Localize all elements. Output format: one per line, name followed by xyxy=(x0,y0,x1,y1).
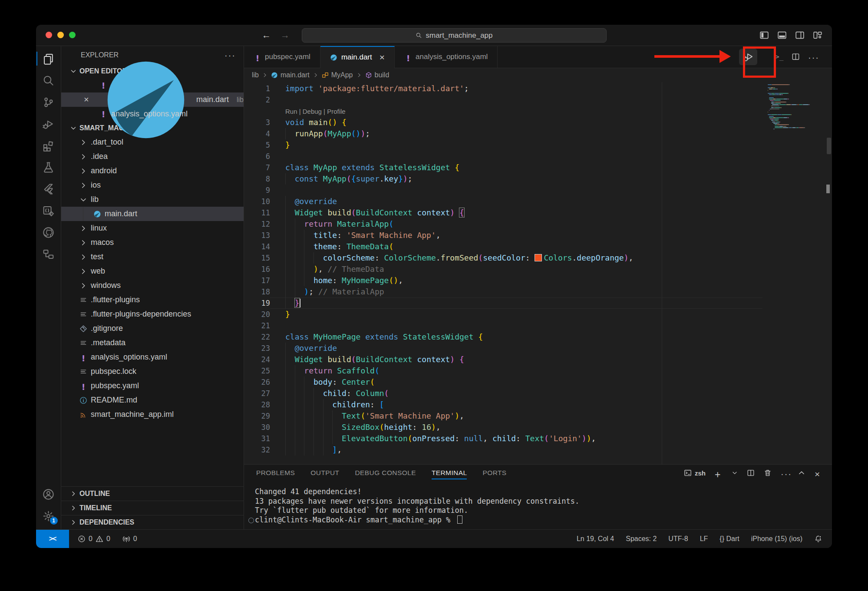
editor-region: !pubspec.yamlmain.dart×!analysis_options… xyxy=(244,46,832,529)
section-outline[interactable]: OUTLINE xyxy=(61,486,244,501)
code-line-17: 17 home: MyHomePage(), xyxy=(244,275,762,286)
kill-terminal-button[interactable] xyxy=(764,469,772,477)
tree-item-test[interactable]: test xyxy=(61,250,244,264)
split-editor-button[interactable] xyxy=(792,53,800,61)
breadcrumb-item-lib[interactable]: lib xyxy=(252,71,259,79)
breadcrumb-item-MyApp[interactable]: MyApp xyxy=(322,71,353,79)
breadcrumb-item-build[interactable]: build xyxy=(365,71,389,79)
activity-dart-devtools[interactable] xyxy=(36,200,61,221)
tree-item-.dart_tool[interactable]: .dart_tool xyxy=(61,135,244,149)
close-panel-button[interactable]: × xyxy=(815,469,822,477)
status-indentation[interactable]: Spaces: 2 xyxy=(626,535,657,543)
open-editor-main.dart[interactable]: ×main.dartlib xyxy=(61,92,244,107)
terminal-prompt[interactable]: clint@Clints-MacBook-Air smart_machine_a… xyxy=(255,515,832,525)
minimize-button[interactable] xyxy=(57,32,64,38)
tree-item-main.dart[interactable]: main.dart xyxy=(61,207,244,221)
tab-main.dart[interactable]: main.dart× xyxy=(320,46,395,68)
tree-item-.flutter-plugins-dependencies[interactable]: .flutter-plugins-dependencies xyxy=(61,307,244,321)
tree-item-windows[interactable]: windows xyxy=(61,278,244,293)
activity-extensions[interactable] xyxy=(36,135,61,156)
tree-item-.idea[interactable]: .idea xyxy=(61,149,244,164)
panel-tab-output[interactable]: OUTPUT xyxy=(310,465,339,481)
toggle-secondary-sidebar-icon[interactable] xyxy=(795,30,805,40)
terminal[interactable]: Changed 41 dependencies!13 packages have… xyxy=(244,481,832,525)
section-timeline[interactable]: TIMELINE xyxy=(61,501,244,515)
tree-item-lib[interactable]: lib xyxy=(61,192,244,207)
open-editor-analysis_options.yaml[interactable]: !analysis_options.yaml xyxy=(61,107,244,121)
toggle-primary-sidebar-icon[interactable] xyxy=(759,30,769,40)
status-eol[interactable]: LF xyxy=(700,535,708,543)
tree-item-.flutter-plugins[interactable]: .flutter-plugins xyxy=(61,293,244,307)
tree-item-label: .gitignore xyxy=(91,324,123,333)
maximize-panel-button[interactable] xyxy=(798,469,805,477)
customize-layout-icon[interactable] xyxy=(813,30,822,40)
notifications-bell-icon[interactable] xyxy=(814,535,822,543)
tree-item-.metadata[interactable]: .metadata xyxy=(61,336,244,350)
tree-item-.gitignore[interactable]: .gitignore xyxy=(61,321,244,336)
tree-item-smart_machine_app.iml[interactable]: smart_machine_app.iml xyxy=(61,407,244,422)
minimap[interactable] xyxy=(768,84,825,130)
list-icon xyxy=(79,368,87,376)
activity-github[interactable] xyxy=(36,221,61,243)
tree-item-README.md[interactable]: README.md xyxy=(61,393,244,407)
zoom-button[interactable] xyxy=(69,32,76,38)
more-button[interactable]: ··· xyxy=(781,469,789,477)
explorer-more-actions-icon[interactable]: ··· xyxy=(224,50,236,60)
activity-run-and-debug[interactable] xyxy=(36,113,61,135)
panel-tab-terminal[interactable]: TERMINAL xyxy=(432,465,467,481)
tab-analysis_options.yaml[interactable]: !analysis_options.yaml xyxy=(395,46,498,68)
dart-devtools-icon xyxy=(43,205,54,217)
line-number: 15 xyxy=(244,252,270,264)
activity-settings[interactable]: 1 xyxy=(36,505,61,527)
shell-label: zsh xyxy=(695,469,706,477)
tree-item-pubspec.yaml[interactable]: !pubspec.yaml xyxy=(61,379,244,393)
editor-scrollbar[interactable] xyxy=(827,138,831,154)
status-device-target[interactable]: iPhone (15) (ios) xyxy=(751,535,802,543)
remote-indicator[interactable]: >< xyxy=(36,530,69,548)
status-language-mode[interactable]: {} Dart xyxy=(719,535,739,543)
errors-icon xyxy=(78,535,86,543)
tree-item-ios[interactable]: ios xyxy=(61,178,244,192)
activity-references[interactable] xyxy=(36,243,61,265)
status-cursor-position[interactable]: Ln 19, Col 4 xyxy=(577,535,614,543)
activity-source-control[interactable] xyxy=(36,91,61,113)
code-editor[interactable]: 1import 'package:flutter/material.dart';… xyxy=(244,82,832,464)
panel-tab-debug-console[interactable]: DEBUG CONSOLE xyxy=(355,465,416,481)
line-number: 4 xyxy=(244,128,270,139)
problems-status[interactable]: 0 0 xyxy=(78,535,110,543)
maximize-panel-icon xyxy=(798,469,805,477)
activity-flutter[interactable] xyxy=(36,178,61,200)
launch-profile-button[interactable] xyxy=(732,470,738,476)
open-terminal-button[interactable]: >_ xyxy=(775,53,783,61)
command-center[interactable]: smart_machine_app xyxy=(302,28,607,43)
breadcrumb-item-main.dart[interactable]: main.dart xyxy=(271,71,310,79)
terminal-shell-selector[interactable]: zsh xyxy=(684,469,706,477)
navigate-back-icon[interactable]: ← xyxy=(262,30,271,40)
tab-pubspec.yaml[interactable]: !pubspec.yaml xyxy=(244,46,320,68)
status-encoding[interactable]: UTF-8 xyxy=(668,535,688,543)
activity-testing[interactable] xyxy=(36,156,61,178)
tree-item-macos[interactable]: macos xyxy=(61,235,244,250)
more-actions-button[interactable]: ··· xyxy=(808,53,816,61)
ports-status[interactable]: 0 xyxy=(122,535,137,543)
panel-tab-problems[interactable]: PROBLEMS xyxy=(256,465,295,481)
close-editor-icon[interactable]: × xyxy=(84,95,89,105)
tree-item-android[interactable]: android xyxy=(61,164,244,178)
close-tab-icon[interactable]: × xyxy=(380,52,385,63)
navigate-forward-icon[interactable]: → xyxy=(281,30,290,40)
activity-search[interactable] xyxy=(36,69,61,91)
close-button[interactable] xyxy=(46,32,52,38)
codelens-run-debug-profile[interactable]: Run | Debug | Profile xyxy=(285,108,346,115)
activity-accounts[interactable] xyxy=(36,483,61,505)
tree-item-linux[interactable]: linux xyxy=(61,221,244,235)
panel-tab-ports[interactable]: PORTS xyxy=(482,465,506,481)
tree-item-pubspec.lock[interactable]: pubspec.lock xyxy=(61,364,244,379)
section-dependencies[interactable]: DEPENDENCIES xyxy=(61,515,244,529)
toggle-panel-icon[interactable] xyxy=(777,30,787,40)
tree-item-analysis_options.yaml[interactable]: !analysis_options.yaml xyxy=(61,350,244,364)
tree-item-label: analysis_options.yaml xyxy=(91,353,167,362)
tree-item-web[interactable]: web xyxy=(61,264,244,278)
new-terminal-button[interactable]: + xyxy=(715,469,723,477)
split-terminal-button[interactable] xyxy=(747,469,755,477)
activity-explorer[interactable] xyxy=(36,48,61,69)
